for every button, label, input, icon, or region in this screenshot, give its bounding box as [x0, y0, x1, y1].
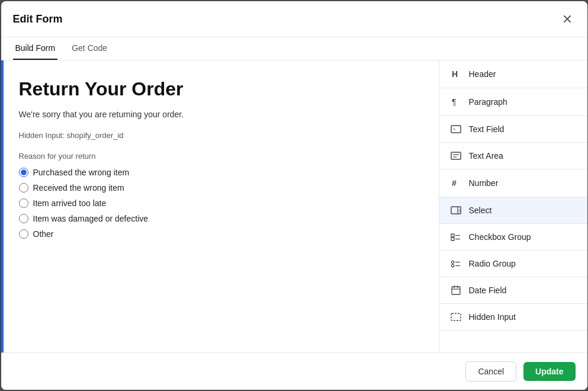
- cancel-button[interactable]: Cancel: [465, 361, 516, 382]
- svg-rect-4: [451, 152, 461, 159]
- radio-label-late: Item arrived too late: [33, 198, 107, 208]
- modal: Edit Form Build Form Get Code Return You…: [1, 1, 587, 390]
- radio-damaged[interactable]: [19, 214, 28, 223]
- form-preview: Return Your Order We're sorry that you a…: [1, 60, 439, 352]
- svg-rect-22: [451, 313, 461, 321]
- close-icon: [561, 13, 573, 25]
- radio-purchased-wrong-item[interactable]: [19, 168, 28, 177]
- radio-item[interactable]: Item was damaged or defective: [19, 214, 421, 223]
- sidebar-label-radio-group: Radio Group: [469, 259, 516, 268]
- modal-body: Return Your Order We're sorry that you a…: [1, 60, 587, 352]
- radio-item[interactable]: Other: [19, 229, 421, 239]
- header-icon: H: [450, 69, 462, 79]
- form-subtitle: We're sorry that you are returning your …: [19, 110, 421, 119]
- sidebar-item-text-area[interactable]: Text Area: [439, 143, 587, 169]
- radio-group: Purchased the wrong item Received the wr…: [19, 168, 421, 239]
- checkbox-group-icon: [450, 233, 462, 241]
- svg-text:H: H: [452, 69, 458, 79]
- hidden-input-label: Hidden Input: shopify_order_id: [19, 131, 421, 140]
- date-field-icon: [450, 286, 462, 295]
- select-icon: [450, 206, 462, 214]
- sidebar-item-header[interactable]: H Header: [439, 60, 587, 88]
- text-area-icon: [450, 152, 462, 160]
- sidebar-label-select: Select: [469, 206, 492, 215]
- sidebar-label-checkbox-group: Checkbox Group: [469, 232, 531, 242]
- radio-label-damaged: Item was damaged or defective: [33, 214, 149, 223]
- sidebar-item-radio-group[interactable]: Radio Group: [439, 251, 587, 277]
- radio-label-other: Other: [33, 229, 54, 239]
- radio-other[interactable]: [19, 229, 28, 239]
- svg-rect-2: [451, 126, 461, 133]
- radio-label-received: Received the wrong item: [33, 183, 124, 193]
- radio-item[interactable]: Received the wrong item: [19, 183, 421, 193]
- sidebar-label-date-field: Date Field: [469, 286, 507, 295]
- hidden-input-icon: [450, 313, 462, 321]
- svg-point-14: [451, 261, 454, 263]
- sidebar-item-text-field[interactable]: Text Field: [439, 116, 587, 143]
- sidebar-item-paragraph[interactable]: ¶ Paragraph: [439, 88, 587, 116]
- update-button[interactable]: Update: [523, 362, 575, 381]
- radio-received-wrong-item[interactable]: [19, 183, 28, 193]
- sidebar-label-text-field: Text Field: [469, 124, 505, 134]
- tabs-bar: Build Form Get Code: [1, 37, 587, 60]
- sidebar-item-number[interactable]: # Number: [439, 169, 587, 197]
- sidebar-item-select[interactable]: Select: [439, 197, 587, 224]
- radio-group-label: Reason for your return: [19, 152, 421, 161]
- sidebar-label-number: Number: [469, 178, 499, 188]
- sidebar-label-header: Header: [469, 69, 496, 79]
- sidebar-label-hidden-input: Hidden Input: [469, 312, 516, 322]
- close-button[interactable]: [559, 11, 576, 27]
- number-icon: #: [450, 178, 462, 188]
- radio-arrived-late[interactable]: [19, 198, 28, 208]
- sidebar-item-hidden-input[interactable]: Hidden Input: [439, 304, 587, 331]
- svg-rect-10: [451, 234, 454, 237]
- sidebar-panel: H Header ¶ Paragraph Text Field: [439, 60, 587, 352]
- modal-overlay: Edit Form Build Form Get Code Return You…: [0, 0, 588, 391]
- svg-point-16: [451, 264, 454, 267]
- sidebar-label-text-area: Text Area: [469, 151, 503, 161]
- svg-rect-12: [451, 238, 454, 241]
- modal-footer: Cancel Update: [1, 352, 587, 390]
- sidebar-item-date-field[interactable]: Date Field: [439, 277, 587, 304]
- svg-rect-18: [452, 287, 460, 294]
- modal-header: Edit Form: [1, 1, 587, 37]
- text-field-icon: [450, 125, 462, 133]
- tab-build-form[interactable]: Build Form: [13, 37, 58, 60]
- radio-item[interactable]: Item arrived too late: [19, 198, 421, 208]
- form-title: Return Your Order: [19, 78, 421, 100]
- tab-get-code[interactable]: Get Code: [69, 37, 110, 60]
- paragraph-icon: ¶: [450, 97, 462, 107]
- svg-text:#: #: [452, 178, 457, 188]
- modal-title: Edit Form: [13, 13, 63, 25]
- sidebar-item-checkbox-group[interactable]: Checkbox Group: [439, 224, 587, 251]
- svg-text:¶: ¶: [452, 97, 457, 107]
- radio-label-purchased: Purchased the wrong item: [33, 168, 130, 177]
- sidebar-label-paragraph: Paragraph: [469, 97, 507, 107]
- radio-item[interactable]: Purchased the wrong item: [19, 168, 421, 177]
- radio-group-icon: [450, 259, 462, 268]
